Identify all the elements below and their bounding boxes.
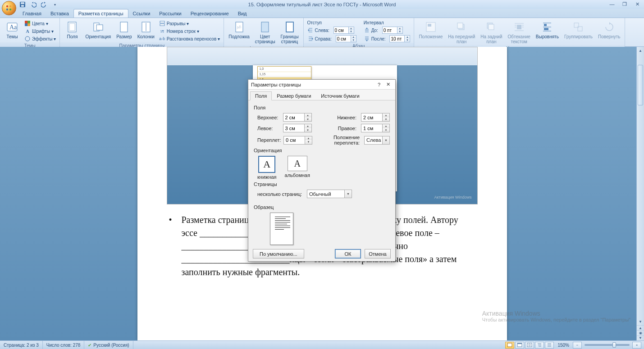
orientation-button[interactable]: Ориентация — [83, 20, 113, 40]
status-page[interactable]: Страница: 2 из 3 — [0, 341, 43, 349]
indent-left-input[interactable] — [334, 28, 348, 33]
theme-fonts-button[interactable]: AШрифты ▾ — [23, 27, 57, 35]
group-page-background: АбПодложка Цвет страницы Границы страниц… — [224, 18, 303, 46]
size-button[interactable]: Размер — [114, 20, 133, 40]
qat-more-icon[interactable]: ▾ — [51, 1, 59, 8]
landscape-icon — [288, 156, 307, 171]
default-button[interactable]: По умолчанию... — [253, 249, 304, 258]
orientation-landscape[interactable]: альбомная — [285, 156, 310, 180]
svg-rect-28 — [428, 24, 431, 27]
spacing-after-spinner[interactable]: ▲▼ — [389, 35, 410, 42]
page-setup-dialog: Параметры страницы ? ✕ Поля Размер бумаг… — [248, 79, 396, 262]
tab-mailings[interactable]: Рассылки — [155, 9, 186, 18]
zoom-level[interactable]: 150% — [557, 343, 569, 348]
send-back-button[interactable]: На задний план — [479, 20, 504, 45]
ok-button[interactable]: ОК — [335, 249, 361, 258]
orientation-icon — [92, 21, 105, 33]
page-color-button[interactable]: Цвет страницы — [253, 20, 277, 45]
zoom-slider-thumb[interactable] — [612, 342, 616, 348]
dialog-titlebar[interactable]: Параметры страницы ? ✕ — [248, 80, 395, 90]
scroll-thumb[interactable] — [638, 65, 643, 105]
tab-home[interactable]: Главная — [18, 9, 46, 18]
zoom-slider[interactable] — [585, 344, 630, 346]
text-wrap-button[interactable]: Обтекание текстом — [506, 20, 532, 45]
dialog-help-button[interactable]: ? — [375, 82, 384, 87]
tab-view[interactable]: Вид — [233, 9, 251, 18]
minimize-button[interactable]: — — [607, 1, 617, 7]
browse-object-icon[interactable]: ◉ — [637, 330, 644, 335]
zoom-out-button[interactable]: − — [573, 342, 582, 349]
gutter-pos-select[interactable]: Слева▼ — [364, 136, 390, 145]
dialog-close-button[interactable]: ✕ — [384, 82, 393, 87]
size-icon — [118, 21, 130, 33]
breaks-button[interactable]: Разрывы ▾ — [158, 20, 221, 27]
view-outline[interactable] — [535, 342, 544, 349]
svg-point-3 — [9, 9, 11, 10]
spacing-after-input[interactable] — [390, 36, 404, 41]
theme-effects-button[interactable]: Эффекты ▾ — [23, 35, 57, 42]
position-button[interactable]: Положение — [417, 20, 444, 40]
group-objects-button[interactable]: Группировать — [562, 20, 594, 40]
top-margin-spinner[interactable]: ▲▼ — [283, 113, 312, 122]
spacing-before-spinner[interactable]: ▲▼ — [382, 27, 403, 34]
office-button[interactable] — [2, 1, 16, 15]
theme-colors-button[interactable]: Цвета ▾ — [23, 20, 57, 27]
dialog-tabs: Поля Размер бумаги Источник бумаги — [248, 90, 395, 100]
group-page-setup: Поля Ориентация Размер Колонки Разрывы ▾… — [60, 18, 224, 46]
section-orientation: Ориентация — [254, 148, 390, 153]
bottom-margin-spinner[interactable]: ▲▼ — [361, 113, 390, 122]
left-margin-spinner[interactable]: ▲▼ — [283, 124, 312, 132]
bring-front-button[interactable]: На передний план — [446, 20, 477, 45]
status-language[interactable]: ✔Русский (Россия) — [84, 341, 133, 349]
ribbon-tabs: Главная Вставка Разметка страницы Ссылки… — [0, 9, 644, 18]
tab-review[interactable]: Рецензирование — [186, 9, 233, 18]
status-words[interactable]: Число слов: 278 — [43, 341, 85, 349]
view-full-screen[interactable] — [515, 342, 524, 349]
columns-button[interactable]: Колонки — [136, 20, 156, 40]
rotate-button[interactable]: Повернуть — [596, 20, 622, 40]
close-button[interactable]: ✕ — [632, 1, 642, 7]
section-preview: Образец — [254, 204, 390, 210]
save-icon[interactable] — [19, 1, 26, 8]
vertical-scrollbar[interactable]: ▲ ▼ ▲ ◉ ▼ — [636, 47, 644, 340]
right-margin-spinner[interactable]: ▲▼ — [361, 124, 390, 132]
dialog-tab-paper[interactable]: Размер бумаги — [272, 91, 316, 100]
next-page-icon[interactable]: ▼ — [637, 335, 644, 340]
svg-rect-41 — [527, 343, 532, 347]
themes-button[interactable]: Aa Темы — [3, 20, 22, 40]
watermark-button[interactable]: АбПодложка — [227, 20, 251, 40]
indent-right-spinner[interactable]: ▲▼ — [336, 35, 356, 42]
gutter-spinner[interactable]: ▲▼ — [283, 136, 312, 145]
multi-pages-label: несколько страниц: — [257, 191, 304, 197]
svg-point-13 — [25, 36, 30, 41]
dialog-tab-source[interactable]: Источник бумаги — [316, 91, 364, 100]
zoom-in-button[interactable]: + — [632, 342, 641, 349]
gutter-label: Переплет: — [257, 137, 281, 143]
scroll-up-icon[interactable]: ▲ — [637, 47, 644, 54]
view-web-layout[interactable] — [525, 342, 534, 349]
page-borders-button[interactable]: Границы страниц — [279, 20, 301, 45]
redo-icon[interactable] — [41, 1, 48, 8]
tab-insert[interactable]: Вставка — [46, 9, 73, 18]
indent-right-input[interactable] — [336, 36, 351, 41]
line-numbers-button[interactable]: 1¶Номера строк ▾ — [158, 27, 221, 35]
maximize-button[interactable]: ❐ — [620, 1, 630, 7]
view-print-layout[interactable] — [505, 342, 514, 349]
scroll-down-icon[interactable]: ▼ — [637, 318, 644, 325]
tab-page-layout[interactable]: Разметка страницы — [73, 9, 128, 18]
orientation-portrait[interactable]: книжная — [257, 156, 277, 180]
svg-rect-33 — [517, 25, 521, 29]
spacing-before-input[interactable] — [383, 28, 397, 33]
cancel-button[interactable]: Отмена — [365, 249, 391, 258]
view-draft[interactable] — [545, 342, 554, 349]
prev-page-icon[interactable]: ▲ — [637, 325, 644, 330]
undo-icon[interactable] — [30, 1, 37, 8]
indent-left-spinner[interactable]: ▲▼ — [333, 27, 354, 34]
hyphenation-button[interactable]: a-bРасстановка переносов ▾ — [158, 35, 221, 42]
tab-references[interactable]: Ссылки — [128, 9, 155, 18]
multi-pages-select[interactable]: Обычный▼ — [307, 190, 352, 198]
svg-rect-26 — [286, 22, 293, 32]
margins-button[interactable]: Поля — [63, 20, 82, 40]
align-button[interactable]: Выровнять — [534, 20, 561, 40]
dialog-tab-fields[interactable]: Поля — [250, 91, 272, 100]
